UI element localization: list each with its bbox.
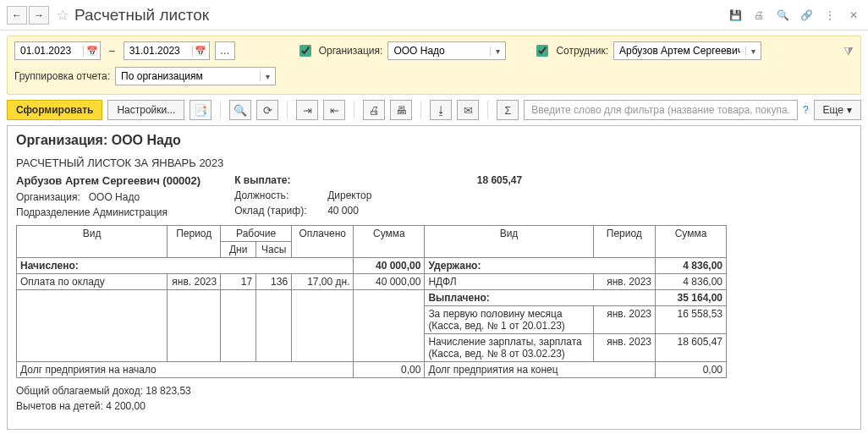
withheld-label: Удержано: (425, 257, 656, 273)
toolbar: Сформировать Настройки... 📑 🔍 ⟳ ⇥ ⇤ 🖨 🖶 … (0, 95, 868, 125)
search-icon[interactable]: 🔍 (229, 100, 251, 120)
paidout-total: 35 164,00 (656, 289, 727, 305)
filter-search-box[interactable] (524, 100, 798, 120)
table-row: Выплачено: 35 164,00 (17, 289, 727, 305)
settings-button[interactable]: Настройки... (107, 100, 184, 120)
sum-icon[interactable]: Σ (497, 100, 519, 120)
date-range-picker-button[interactable]: … (215, 41, 235, 60)
filter-panel: 📅 – 📅 … Организация: ▾ Сотрудник: ▾ ⧩ Гр… (7, 36, 861, 95)
report-content: Организация: ООО Надо РАСЧЕТНЫЙ ЛИСТОК З… (7, 125, 861, 430)
table-row: Оплата по окладу янв. 2023 17 136 17,00 … (17, 273, 727, 289)
report-org-title: Организация: ООО Надо (16, 133, 852, 148)
date-to-input[interactable]: 📅 (124, 41, 210, 60)
report-subtitle: РАСЧЕТНЫЙ ЛИСТОК ЗА ЯНВАРЬ 2023 (16, 157, 852, 169)
debt-start-label: Долг предприятия на начало (17, 361, 354, 377)
filter-search-input[interactable] (530, 103, 792, 117)
collapse-all-icon[interactable]: ⇤ (323, 100, 345, 120)
favorite-star-icon[interactable]: ☆ (56, 6, 69, 25)
col-period-r: Период (593, 225, 655, 257)
print-icon[interactable]: 🖨 (751, 8, 766, 23)
emp-combo[interactable]: ▾ (613, 41, 761, 60)
col-sum-r: Сумма (656, 225, 727, 257)
emp-field[interactable] (614, 45, 745, 57)
org-field[interactable] (388, 45, 490, 57)
calendar-icon[interactable]: 📅 (83, 46, 100, 57)
org-line-label: Организация: (16, 191, 80, 203)
col-kind: Вид (17, 225, 168, 257)
date-to-field[interactable] (124, 45, 192, 57)
chevron-down-icon: ▾ (847, 104, 852, 116)
print-icon[interactable]: 🖨 (363, 100, 385, 120)
col-period: Период (168, 225, 221, 257)
col-sum: Сумма (354, 225, 425, 257)
paidout-label: Выплачено: (425, 289, 656, 305)
funnel-filter-icon[interactable]: ⧩ (843, 44, 854, 58)
accrued-label: Начислено: (17, 257, 354, 273)
debt-end-label: Долг предприятия на конец (425, 361, 656, 377)
rate-label: Оклад (тариф): (234, 203, 327, 218)
debt-start-value: 0,00 (354, 361, 425, 377)
close-icon[interactable]: ✕ (846, 8, 861, 23)
footer-taxable: Общий облагаемый доход: 18 823,53 (16, 383, 852, 398)
col-days: Дни (221, 241, 256, 257)
chevron-down-icon[interactable]: ▾ (260, 72, 275, 81)
print-settings-icon[interactable]: 🖶 (390, 100, 412, 120)
dept-label: Подразделение (16, 206, 90, 218)
page-title: Расчетный листок (74, 6, 728, 25)
position-value: Директор (327, 188, 522, 203)
pay-value: 18 605,47 (327, 173, 522, 188)
accrued-total: 40 000,00 (354, 257, 425, 273)
col-work: Рабочие (221, 225, 292, 241)
employee-name: Арбузов Артем Сергеевич (00002) (16, 173, 201, 190)
link-icon[interactable]: 🔗 (799, 8, 814, 23)
expand-all-icon[interactable]: ⇥ (296, 100, 318, 120)
org-checkbox[interactable] (299, 45, 311, 57)
emp-checkbox[interactable] (536, 45, 548, 57)
col-paid: Оплачено (292, 225, 354, 257)
save-file-icon[interactable]: ⭳ (430, 100, 452, 120)
calendar-icon[interactable]: 📅 (192, 46, 209, 57)
copy-icon[interactable]: 📑 (190, 100, 212, 120)
more-button[interactable]: Еще ▾ (814, 100, 861, 120)
debt-end-value: 0,00 (656, 361, 727, 377)
email-icon[interactable]: ✉ (457, 100, 479, 120)
pay-label: К выплате: (234, 173, 327, 188)
table-row: Долг предприятия на начало 0,00 Долг пре… (17, 361, 727, 377)
nav-back-button[interactable]: ← (7, 6, 27, 25)
col-kind-r: Вид (425, 225, 593, 257)
chevron-down-icon[interactable]: ▾ (745, 47, 761, 56)
refresh-icon[interactable]: ⟳ (256, 100, 278, 120)
org-combo[interactable]: ▾ (387, 41, 506, 60)
more-menu-icon[interactable]: ⋮ (822, 8, 838, 23)
date-from-input[interactable]: 📅 (14, 41, 101, 60)
withheld-total: 4 836,00 (656, 257, 727, 273)
org-label: Организация: (319, 45, 383, 57)
help-icon[interactable]: ? (803, 104, 809, 116)
group-label: Группировка отчета: (14, 70, 110, 82)
payslip-table: Вид Период Рабочие Оплачено Сумма Вид Пе… (16, 225, 727, 378)
emp-label: Сотрудник: (556, 45, 608, 57)
chevron-down-icon[interactable]: ▾ (490, 47, 505, 56)
footer-deductions: Вычетов на детей: 4 200,00 (16, 398, 852, 414)
rate-value: 40 000 (327, 203, 522, 218)
position-label: Должность: (234, 188, 327, 203)
save-icon[interactable]: 💾 (728, 8, 743, 23)
date-from-field[interactable] (15, 45, 83, 57)
date-range-dash: – (109, 45, 115, 57)
nav-forward-button[interactable]: → (29, 6, 49, 25)
col-hours: Часы (256, 241, 292, 257)
group-combo[interactable]: ▾ (115, 67, 276, 85)
org-line-value: ООО Надо (89, 191, 140, 203)
group-field[interactable] (116, 70, 260, 82)
generate-button[interactable]: Сформировать (7, 100, 102, 120)
dept-value: Администрация (93, 206, 168, 218)
preview-icon[interactable]: 🔍 (775, 8, 790, 23)
